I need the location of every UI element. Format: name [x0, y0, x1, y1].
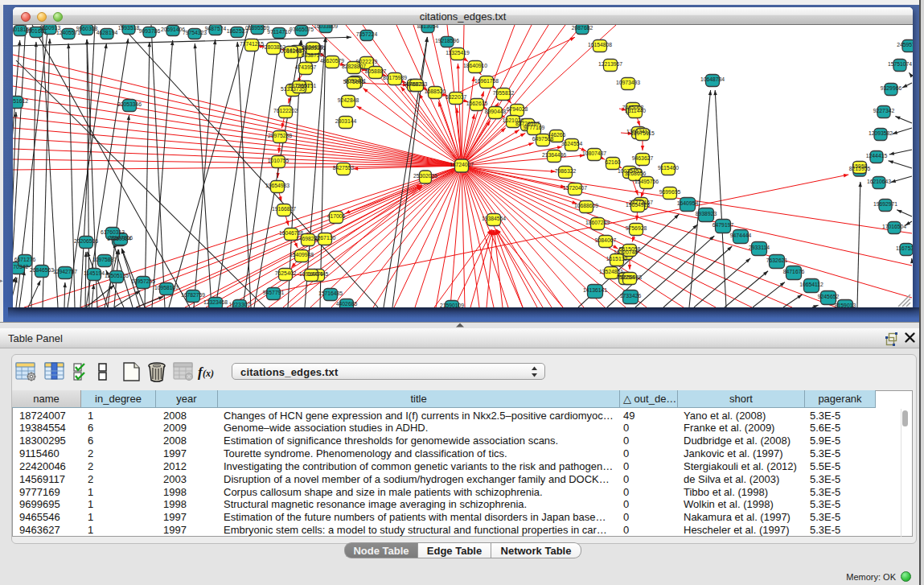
svg-text:28907866: 28907866 — [109, 235, 133, 241]
svg-text:15751074: 15751074 — [888, 61, 912, 67]
svg-text:7986322: 7986322 — [555, 168, 577, 174]
svg-text:8427552: 8427552 — [333, 165, 355, 171]
svg-text:21590109: 21590109 — [440, 303, 464, 307]
svg-text:10654112: 10654112 — [799, 282, 823, 287]
svg-text:4743957: 4743957 — [295, 64, 317, 70]
svg-text:1640954: 1640954 — [677, 200, 699, 206]
svg-text:80175989: 80175989 — [383, 75, 407, 80]
svg-text:12942757: 12942757 — [53, 269, 77, 274]
svg-text:19654923: 19654923 — [626, 202, 650, 208]
svg-text:76122202: 76122202 — [273, 108, 298, 113]
svg-text:19692971: 19692971 — [873, 201, 897, 207]
svg-text:15720407: 15720407 — [563, 185, 587, 191]
svg-text:18607249: 18607249 — [585, 220, 610, 225]
svg-text:7632621: 7632621 — [766, 257, 788, 263]
svg-text:9245652: 9245652 — [818, 294, 840, 299]
svg-text:82828807: 82828807 — [342, 64, 366, 69]
svg-text:19166827: 19166827 — [272, 206, 296, 212]
svg-text:1010755: 1010755 — [268, 158, 290, 163]
svg-text:10975887: 10975887 — [92, 257, 117, 262]
svg-text:9463627: 9463627 — [632, 155, 654, 161]
svg-text:3624554: 3624554 — [561, 141, 583, 146]
svg-text:2803144: 2803144 — [335, 118, 357, 124]
svg-text:70658948: 70658948 — [618, 274, 642, 280]
svg-text:15716485: 15716485 — [318, 290, 343, 296]
svg-text:7955812: 7955812 — [493, 90, 515, 96]
svg-text:3267130: 3267130 — [314, 235, 336, 241]
svg-text:8159013: 8159013 — [835, 303, 856, 307]
svg-text:10807487: 10807487 — [582, 150, 606, 156]
svg-text:25302035: 25302035 — [413, 173, 437, 179]
svg-text:9699695: 9699695 — [659, 189, 681, 195]
svg-text:2933114: 2933114 — [749, 245, 770, 250]
svg-text:9227342: 9227342 — [873, 108, 895, 113]
svg-text:10973493: 10973493 — [616, 80, 640, 85]
svg-text:17016504: 17016504 — [882, 224, 906, 229]
svg-text:17957255: 17957255 — [131, 278, 155, 284]
svg-text:21364436: 21364436 — [542, 152, 566, 158]
svg-text:9756928: 9756928 — [626, 225, 647, 231]
svg-text:9474444: 9474444 — [730, 233, 752, 238]
svg-text:9487574: 9487574 — [205, 26, 227, 31]
svg-text:8990448: 8990448 — [485, 109, 507, 114]
svg-text:6671276: 6671276 — [14, 257, 36, 262]
svg-text:746266: 746266 — [548, 132, 566, 138]
svg-text:16210643: 16210643 — [867, 179, 891, 184]
svg-text:12093582: 12093582 — [869, 130, 893, 136]
svg-text:15409948: 15409948 — [290, 252, 314, 257]
svg-text:5675685: 5675685 — [343, 79, 365, 84]
svg-text:24595711: 24595711 — [897, 42, 913, 47]
svg-text:417006: 417006 — [327, 213, 346, 219]
svg-text:16151612: 16151612 — [13, 98, 28, 104]
svg-text:77741215: 77741215 — [240, 41, 264, 47]
svg-text:5515058: 5515058 — [619, 246, 641, 252]
svg-text:19384554: 19384554 — [482, 216, 506, 221]
svg-text:9084067: 9084067 — [595, 237, 617, 243]
svg-text:26846563: 26846563 — [30, 267, 54, 273]
svg-text:6794028: 6794028 — [507, 106, 528, 112]
svg-text:7357224: 7357224 — [356, 31, 378, 37]
svg-text:9170342: 9170342 — [13, 264, 28, 270]
svg-text:16961758: 16961758 — [474, 78, 499, 84]
svg-text:9022279: 9022279 — [356, 59, 378, 64]
svg-text:29975288: 29975288 — [268, 133, 292, 138]
svg-text:6322037: 6322037 — [446, 94, 467, 100]
svg-text:20206516: 20206516 — [74, 238, 98, 244]
svg-text:10958107: 10958107 — [154, 285, 179, 290]
svg-text:1311440: 1311440 — [625, 108, 646, 113]
svg-text:13524851: 13524851 — [599, 269, 623, 274]
svg-text:20691406: 20691406 — [161, 27, 185, 32]
svg-text:6338750: 6338750 — [302, 52, 323, 58]
svg-text:12323468: 12323468 — [203, 299, 228, 305]
svg-text:3268656: 3268656 — [625, 171, 647, 176]
svg-text:19654983: 19654983 — [265, 183, 290, 188]
svg-text:62160: 62160 — [606, 159, 621, 165]
svg-text:4402685: 4402685 — [336, 301, 358, 307]
svg-text:61760313: 61760313 — [101, 229, 125, 235]
svg-text:10688609: 10688609 — [574, 203, 598, 208]
svg-text:8938923: 8938923 — [696, 211, 717, 216]
svg-text:14136141: 14136141 — [583, 287, 607, 293]
svg-text:10648784: 10648784 — [700, 76, 725, 82]
svg-text:15495756: 15495756 — [634, 179, 659, 184]
svg-text:1733426: 1733426 — [620, 293, 642, 299]
svg-text:97114710: 97114710 — [267, 29, 291, 35]
svg-text:19218596: 19218596 — [435, 38, 459, 43]
svg-text:16914479: 16914479 — [299, 271, 323, 277]
svg-text:0434839: 0434839 — [302, 44, 324, 50]
svg-text:12505135: 12505135 — [105, 273, 129, 278]
svg-text:15958: 15958 — [852, 163, 868, 169]
svg-text:18640910: 18640910 — [463, 63, 487, 68]
svg-text:0018263: 0018263 — [281, 48, 302, 54]
svg-text:1615132: 1615132 — [606, 256, 628, 262]
svg-text:1562615: 1562615 — [466, 101, 488, 106]
svg-text:9457791: 9457791 — [263, 290, 285, 295]
svg-text:18724007: 18724007 — [450, 162, 474, 167]
svg-text:(x): (x) — [203, 368, 214, 379]
svg-text:97465075: 97465075 — [290, 27, 314, 32]
svg-text:20053346: 20053346 — [117, 101, 142, 107]
svg-text:9242848: 9242848 — [338, 97, 359, 103]
svg-text:1223307: 1223307 — [229, 302, 251, 307]
svg-text:12975115: 12975115 — [630, 130, 655, 136]
svg-text:6479197: 6479197 — [713, 222, 734, 228]
